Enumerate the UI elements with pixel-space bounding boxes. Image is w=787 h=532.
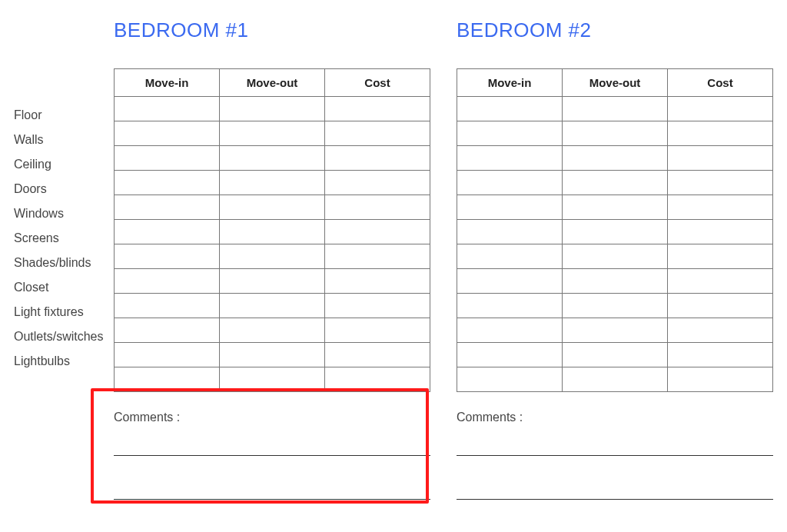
table-cell[interactable] (668, 294, 773, 318)
table-cell[interactable] (563, 195, 668, 220)
row-label: Lightbulbs (14, 349, 114, 374)
table-row (115, 318, 430, 343)
table-cell[interactable] (457, 294, 563, 318)
table-cell[interactable] (220, 220, 325, 244)
comments-label: Comments : (114, 411, 430, 424)
table-row (115, 343, 430, 367)
comment-line (114, 455, 430, 456)
table-row (115, 97, 430, 121)
table-cell[interactable] (668, 318, 773, 343)
table-cell[interactable] (563, 367, 668, 392)
table-cell[interactable] (115, 146, 220, 171)
row-label: Walls (14, 128, 114, 152)
table-cell[interactable] (115, 269, 220, 294)
table-cell[interactable] (115, 318, 220, 343)
table-cell[interactable] (668, 343, 773, 367)
table-cell[interactable] (115, 294, 220, 318)
table-cell[interactable] (325, 97, 430, 121)
table-cell[interactable] (220, 97, 325, 121)
table-cell[interactable] (325, 367, 430, 392)
row-label: Ceiling (14, 152, 114, 177)
table-cell[interactable] (325, 343, 430, 367)
table-cell[interactable] (325, 244, 430, 269)
table-cell[interactable] (115, 343, 220, 367)
column-header: Move-out (563, 69, 668, 97)
table-cell[interactable] (668, 171, 773, 195)
section-title: BEDROOM #2 (457, 18, 773, 42)
table-cell[interactable] (220, 244, 325, 269)
table-cell[interactable] (563, 269, 668, 294)
table-row (115, 121, 430, 146)
table-cell[interactable] (563, 244, 668, 269)
table-cell[interactable] (457, 195, 563, 220)
table-cell[interactable] (668, 220, 773, 244)
table-row (457, 195, 773, 220)
table-cell[interactable] (220, 146, 325, 171)
table-cell[interactable] (457, 121, 563, 146)
table-cell[interactable] (563, 294, 668, 318)
table-cell[interactable] (668, 97, 773, 121)
table-cell[interactable] (563, 171, 668, 195)
table-cell[interactable] (668, 121, 773, 146)
table-cell[interactable] (668, 367, 773, 392)
table-cell[interactable] (563, 343, 668, 367)
table-cell[interactable] (220, 294, 325, 318)
table-cell[interactable] (115, 244, 220, 269)
row-labels-column: FloorWallsCeilingDoorsWindowsScreensShad… (14, 18, 114, 507)
comments-area: Comments : (457, 406, 773, 507)
table-cell[interactable] (325, 146, 430, 171)
table-cell[interactable] (220, 343, 325, 367)
row-label: Closet (14, 275, 114, 300)
table-row (457, 343, 773, 367)
inspection-table: Move-inMove-outCost (457, 68, 773, 392)
table-cell[interactable] (563, 121, 668, 146)
table-cell[interactable] (115, 97, 220, 121)
table-cell[interactable] (220, 195, 325, 220)
table-row (457, 220, 773, 244)
section-bedroom-1: BEDROOM #1 Move-inMove-outCost Comments … (114, 18, 430, 507)
table-cell[interactable] (668, 195, 773, 220)
row-label: Screens (14, 226, 114, 251)
table-cell[interactable] (457, 220, 563, 244)
table-cell[interactable] (220, 171, 325, 195)
table-cell[interactable] (325, 318, 430, 343)
table-cell[interactable] (457, 244, 563, 269)
table-cell[interactable] (457, 146, 563, 171)
row-label: Floor (14, 103, 114, 128)
table-cell[interactable] (668, 244, 773, 269)
table-row (115, 195, 430, 220)
table-cell[interactable] (668, 146, 773, 171)
table-cell[interactable] (563, 220, 668, 244)
table-cell[interactable] (457, 171, 563, 195)
table-cell[interactable] (115, 220, 220, 244)
table-cell[interactable] (325, 195, 430, 220)
table-cell[interactable] (115, 195, 220, 220)
table-row (115, 244, 430, 269)
table-cell[interactable] (457, 97, 563, 121)
comment-line (457, 499, 773, 500)
table-cell[interactable] (325, 171, 430, 195)
table-cell[interactable] (457, 318, 563, 343)
table-cell[interactable] (457, 343, 563, 367)
table-cell[interactable] (457, 269, 563, 294)
table-cell[interactable] (563, 146, 668, 171)
section-bedroom-2: BEDROOM #2 Move-inMove-outCost Comments … (457, 18, 773, 507)
table-row (457, 121, 773, 146)
table-cell[interactable] (563, 318, 668, 343)
table-cell[interactable] (220, 121, 325, 146)
table-cell[interactable] (220, 318, 325, 343)
table-cell[interactable] (325, 220, 430, 244)
table-cell[interactable] (115, 367, 220, 392)
table-row (457, 97, 773, 121)
table-cell[interactable] (220, 367, 325, 392)
table-cell[interactable] (220, 269, 325, 294)
table-cell[interactable] (325, 294, 430, 318)
table-cell[interactable] (325, 121, 430, 146)
table-cell[interactable] (325, 269, 430, 294)
table-cell[interactable] (563, 97, 668, 121)
table-cell[interactable] (668, 269, 773, 294)
row-label: Outlets/switches (14, 324, 114, 349)
table-cell[interactable] (457, 367, 563, 392)
table-cell[interactable] (115, 121, 220, 146)
table-cell[interactable] (115, 171, 220, 195)
